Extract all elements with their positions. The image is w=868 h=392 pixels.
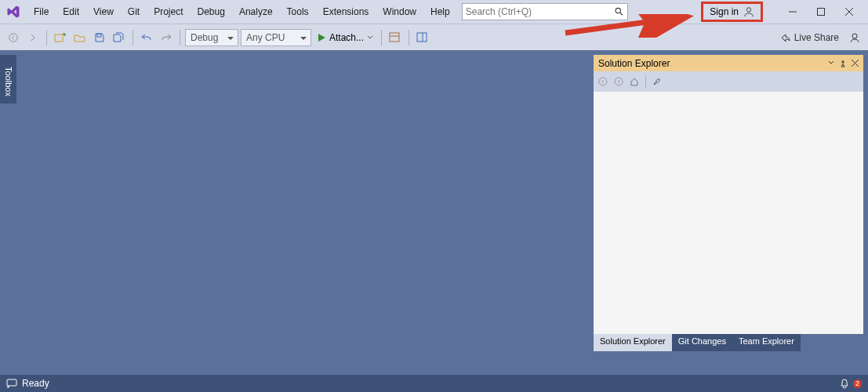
menu-window[interactable]: Window (376, 2, 423, 21)
svg-rect-20 (7, 379, 16, 386)
tab-solution-explorer[interactable]: Solution Explorer (594, 334, 672, 351)
open-file-button[interactable] (71, 28, 89, 47)
play-icon (317, 33, 326, 42)
svg-rect-10 (97, 34, 101, 37)
menu-edit[interactable]: Edit (56, 2, 86, 21)
status-bar: Ready 2 (0, 375, 868, 392)
platform-dropdown[interactable]: Any CPU (241, 29, 311, 46)
forward-icon[interactable] (614, 77, 623, 86)
chevron-down-icon (367, 34, 373, 41)
save-button[interactable] (91, 28, 108, 47)
search-input[interactable] (466, 6, 616, 17)
close-icon[interactable] (852, 60, 859, 67)
sign-in-label: Sign in (710, 6, 739, 17)
window-layout-button[interactable] (414, 28, 431, 47)
panel-title: Solution Explorer (598, 58, 670, 69)
panel-body (594, 92, 863, 334)
undo-button[interactable] (138, 28, 155, 47)
chat-icon[interactable] (6, 379, 17, 388)
svg-rect-4 (818, 9, 825, 16)
window-controls (779, 2, 863, 21)
svg-point-0 (616, 8, 620, 13)
wrench-icon[interactable] (652, 77, 662, 86)
menu-tools[interactable]: Tools (280, 2, 316, 21)
search-box[interactable] (462, 3, 628, 20)
menu-git[interactable]: Git (121, 2, 147, 21)
toolbox-tab[interactable]: Toolbox (0, 55, 16, 103)
svg-point-2 (746, 8, 750, 12)
menu-project[interactable]: Project (147, 2, 190, 21)
status-text: Ready (22, 378, 49, 389)
menu-help[interactable]: Help (423, 2, 457, 21)
configuration-dropdown[interactable]: Debug (185, 29, 238, 46)
person-icon (743, 6, 754, 17)
menu-view[interactable]: View (86, 2, 121, 21)
home-icon[interactable] (630, 77, 639, 86)
minimize-button[interactable] (779, 2, 807, 21)
panel-header[interactable]: Solution Explorer (594, 55, 863, 71)
feedback-button[interactable] (846, 28, 863, 47)
close-button[interactable] (835, 2, 863, 21)
tab-team-explorer[interactable]: Team Explorer (732, 334, 801, 351)
panel-toolbar (594, 71, 863, 92)
menu-analyze[interactable]: Analyze (232, 2, 280, 21)
workspace: Toolbox Solution Explorer Solution Explo… (0, 50, 868, 375)
menu-debug[interactable]: Debug (191, 2, 232, 21)
nav-forward-button[interactable] (24, 28, 42, 47)
svg-line-1 (620, 13, 623, 15)
svg-rect-11 (390, 33, 399, 42)
new-project-button[interactable] (52, 28, 69, 47)
svg-point-9 (64, 34, 65, 35)
live-share-button[interactable]: Live Share (775, 32, 844, 43)
svg-point-7 (9, 33, 18, 42)
menu-extensions[interactable]: Extensions (316, 2, 376, 21)
toolbox-button[interactable] (387, 28, 404, 47)
svg-point-18 (599, 78, 607, 85)
notification-badge: 2 (853, 379, 862, 388)
panel-tabs: Solution Explorer Git Changes Team Explo… (594, 334, 863, 351)
toolbar: Debug Any CPU Attach... Live Share (0, 24, 868, 50)
solution-explorer-panel: Solution Explorer Solution Explorer Git … (594, 55, 863, 351)
back-icon[interactable] (598, 77, 608, 86)
tab-git-changes[interactable]: Git Changes (672, 334, 732, 351)
save-all-button[interactable] (111, 28, 128, 47)
nav-back-button[interactable] (5, 28, 22, 47)
maximize-button[interactable] (807, 2, 835, 21)
sign-in-button[interactable]: Sign in (701, 2, 763, 22)
pin-icon[interactable] (839, 60, 847, 67)
visual-studio-logo-icon (5, 3, 22, 20)
attach-button[interactable]: Attach... (314, 32, 376, 43)
svg-point-19 (615, 78, 623, 85)
svg-rect-8 (55, 34, 63, 42)
menu-bar: File Edit View Git Project Debug Analyze… (0, 0, 868, 24)
share-icon (779, 32, 790, 43)
svg-point-15 (852, 34, 857, 38)
search-icon (615, 7, 623, 16)
menu-file[interactable]: File (27, 2, 56, 21)
dropdown-icon[interactable] (828, 60, 834, 66)
svg-rect-13 (417, 33, 427, 42)
redo-button[interactable] (158, 28, 175, 47)
bell-icon[interactable] (839, 378, 850, 389)
